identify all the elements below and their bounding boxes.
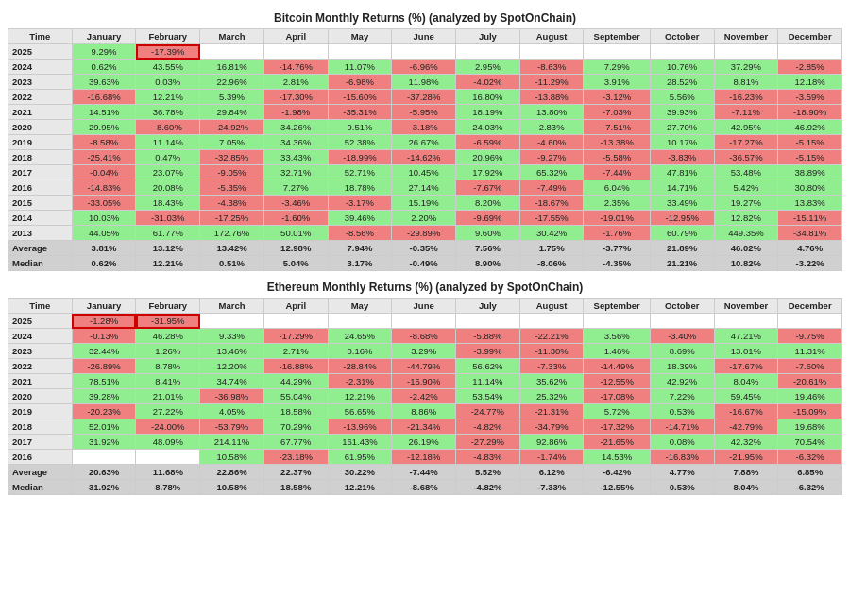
cell-Median-col11: -3.22% (778, 256, 842, 271)
cell-2016-col0 (72, 450, 136, 465)
cell-2018-col0: -25.41% (72, 150, 136, 165)
cell-2020-col0: 29.95% (72, 120, 136, 135)
cell-2023-col8: 1.46% (584, 344, 650, 359)
cell-2017-col9: 0.08% (650, 435, 714, 450)
bitcoin-title: Bitcoin Monthly Returns (%) (analyzed by… (8, 11, 842, 25)
cell-2019-col0: -20.23% (72, 404, 136, 419)
cell-Average-col7: 1.75% (519, 241, 584, 256)
cell-2019-col5: 26.67% (392, 135, 456, 150)
cell-2018-col4: -18.99% (328, 150, 392, 165)
cell-2016-col1 (136, 450, 200, 465)
cell-2020-col10: 59.45% (714, 389, 778, 404)
cell-2015-col10: 19.27% (714, 196, 778, 211)
cell-2019-col9: 0.53% (650, 404, 714, 419)
table-row: 202029.95%-8.60%-24.92%34.26%9.51%-3.18%… (8, 120, 842, 135)
cell-2021-col2: 29.84% (200, 105, 264, 120)
cell-2022-col5: -44.79% (392, 359, 456, 374)
cell-Median-col10: 10.82% (714, 256, 778, 271)
cell-2016-col9: 14.71% (650, 180, 714, 196)
cell-2022-col4: -15.60% (328, 90, 392, 105)
cell-Average-col8: -6.42% (584, 465, 650, 480)
cell-Median-col10: 8.04% (714, 480, 778, 495)
cell-2016-col7: -1.74% (519, 450, 584, 465)
cell-2016-col11: 30.80% (778, 180, 842, 196)
cell-2023-col7: -11.29% (519, 75, 584, 90)
cell-2025-col10 (714, 314, 778, 329)
cell-2020-col8: -17.08% (584, 389, 650, 404)
col-header-october: October (650, 29, 714, 44)
cell-2024-col0: -0.13% (72, 329, 136, 344)
cell-2016-col6: -4.83% (456, 450, 520, 465)
cell-2023-col8: 3.91% (584, 75, 650, 90)
cell-2018-col8: -5.58% (584, 150, 650, 165)
cell-2013-col0: 44.05% (72, 226, 136, 241)
cell-2017-col1: 48.09% (136, 435, 200, 450)
cell-2016-col2: -5.35% (200, 180, 264, 196)
cell-2017-col8: -21.65% (584, 435, 650, 450)
table-row: 2019-8.58%11.14%7.05%34.36%52.38%26.67%-… (8, 135, 842, 150)
cell-2022-col10: -17.67% (714, 359, 778, 374)
cell-2018-col7: -34.79% (519, 419, 584, 435)
cell-2022-col6: 56.62% (456, 359, 520, 374)
cell-2018-col0: 52.01% (72, 419, 136, 435)
cell-2018-col9: -14.71% (650, 419, 714, 435)
col-header-december: December (778, 299, 842, 314)
cell-2016-col5: -12.18% (392, 450, 456, 465)
cell-2018-col11: -5.15% (778, 150, 842, 165)
bitcoin-table-container-table: TimeJanuaryFebruaryMarchAprilMayJuneJuly… (8, 28, 842, 271)
table-row: 201610.58%-23.18%61.95%-12.18%-4.83%-1.7… (8, 450, 842, 465)
cell-2022-col7: -7.33% (519, 359, 584, 374)
cell-2017-col2: -9.05% (200, 165, 264, 180)
cell-2016-col5: 27.14% (392, 180, 456, 196)
table-row: 2024-0.13%46.28%9.33%-17.29%24.65%-8.68%… (8, 329, 842, 344)
col-header-april: April (264, 29, 328, 44)
cell-2018-col1: 0.47% (136, 150, 200, 165)
cell-2014-col9: -12.95% (650, 211, 714, 226)
cell-2022-col5: -37.28% (392, 90, 456, 105)
cell-2021-col3: 44.29% (264, 374, 328, 389)
cell-2025-col5 (392, 314, 456, 329)
cell-2025-col0: 9.29% (72, 44, 136, 60)
cell-2020-col2: -24.92% (200, 120, 264, 135)
cell-2021-col4: -2.31% (328, 374, 392, 389)
cell-2016-col4: 18.78% (328, 180, 392, 196)
cell-2019-col1: 27.22% (136, 404, 200, 419)
cell-2013-col9: 60.79% (650, 226, 714, 241)
cell-2022-col0: -16.68% (72, 90, 136, 105)
cell-2018-col2: -32.85% (200, 150, 264, 165)
cell-2024-col7: -8.63% (519, 60, 584, 75)
cell-2021-col9: 42.92% (650, 374, 714, 389)
cell-Median-col3: 5.04% (264, 256, 328, 271)
cell-2023-col6: -4.02% (456, 75, 520, 90)
cell-2023-col0: 32.44% (72, 344, 136, 359)
cell-2017-col5: 10.45% (392, 165, 456, 180)
cell-2014-col0: 10.03% (72, 211, 136, 226)
cell-2019-col4: 52.38% (328, 135, 392, 150)
cell-2020-col5: -3.18% (392, 120, 456, 135)
cell-2025-col4 (328, 314, 392, 329)
cell-2023-col6: -3.99% (456, 344, 520, 359)
cell-2025-col1: -17.39% (136, 44, 200, 60)
cell-2017-col7: 65.32% (519, 165, 584, 180)
cell-Median-col6: 8.90% (456, 256, 520, 271)
cell-2024-col1: 43.55% (136, 60, 200, 75)
cell-2022-col2: 12.20% (200, 359, 264, 374)
ethereum-table: TimeJanuaryFebruaryMarchAprilMayJuneJuly… (8, 298, 842, 495)
cell-2024-col8: 3.56% (584, 329, 650, 344)
cell-2015-col6: 8.20% (456, 196, 520, 211)
cell-2023-col1: 1.26% (136, 344, 200, 359)
cell-2017-col9: 47.81% (650, 165, 714, 180)
cell-2022-col2: 5.39% (200, 90, 264, 105)
cell-Average-col4: 30.22% (328, 465, 392, 480)
table-row: 201852.01%-24.00%-53.79%70.29%-13.96%-21… (8, 419, 842, 435)
col-header-march: March (200, 299, 264, 314)
cell-2015-col1: 18.43% (136, 196, 200, 211)
cell-2025-col11 (778, 44, 842, 60)
cell-Average-col8: -3.77% (584, 241, 650, 256)
cell-Average-col9: 21.89% (650, 241, 714, 256)
cell-2016-col0: -14.83% (72, 180, 136, 196)
col-header-august: August (519, 29, 584, 44)
cell-2019-col3: 34.36% (264, 135, 328, 150)
cell-2020-col3: 55.04% (264, 389, 328, 404)
cell-2018-col10: -36.57% (714, 150, 778, 165)
